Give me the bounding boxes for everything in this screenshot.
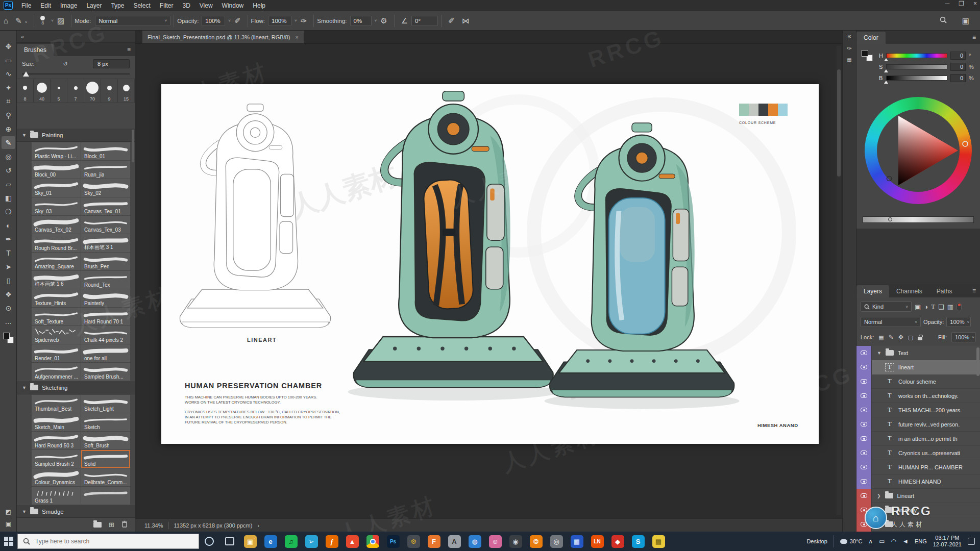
menu-filter[interactable]: Filter (155, 0, 178, 11)
layer-row[interactable]: TCryonics us...opreservati (856, 446, 980, 460)
search-icon[interactable] (940, 16, 947, 26)
taskbar-app-spotify[interactable]: ♫ (281, 532, 301, 551)
menu-view[interactable]: View (195, 0, 217, 11)
blend-mode-select[interactable]: Normal˅ (95, 16, 170, 26)
layers-opacity-input[interactable]: 100%˅ (946, 317, 971, 327)
brush-size-preset-70[interactable]: 70 (84, 79, 101, 103)
menu-file[interactable]: File (17, 0, 36, 11)
layer-visibility-eye-icon[interactable] (856, 489, 872, 503)
pen-tool[interactable]: ✒ (2, 233, 15, 245)
layer-row[interactable]: Tworks on th...echnology. (856, 389, 980, 403)
history-brush-tool[interactable]: ↺ (2, 164, 15, 177)
brush-item[interactable]: Block_00 (32, 161, 81, 179)
layer-blend-mode-select[interactable]: Normal˅ (861, 317, 921, 327)
lock-all-icon[interactable] (918, 337, 922, 340)
panel-menu-icon[interactable]: ≡ (127, 46, 131, 53)
tray-network-icon[interactable]: ◠ (891, 538, 896, 545)
type-tool[interactable]: T (2, 246, 15, 259)
brush-item[interactable]: Canvas_Tex_03 (81, 216, 130, 234)
cortana-icon[interactable] (199, 532, 219, 551)
taskbar-app-file-explorer[interactable]: ▣ (240, 532, 260, 551)
brush-item[interactable]: Amazing_Square (32, 253, 81, 270)
shape-tool[interactable]: ▯ (2, 274, 15, 287)
filter-toggle-switch[interactable] (957, 303, 962, 311)
brush-item[interactable]: Colour_Dynamics (32, 468, 81, 486)
layer-visibility-eye-icon[interactable] (856, 446, 872, 460)
start-button[interactable] (0, 532, 17, 551)
desktop-label[interactable]: Desktop (806, 538, 827, 544)
brush-item[interactable]: Sketch_Light (81, 395, 130, 413)
fill-input[interactable]: 100%˅ (951, 332, 976, 342)
taskbar-app-ln-app[interactable]: LN (587, 532, 607, 551)
foreground-background-swatches[interactable] (3, 333, 15, 345)
hsb-slider-b[interactable]: B0% (856, 73, 980, 84)
lasso-tool[interactable]: ∿ (2, 67, 15, 80)
menu-type[interactable]: Type (106, 0, 129, 11)
layer-visibility-eye-icon[interactable] (856, 389, 872, 403)
tray-monitor-icon[interactable]: ▭ (879, 538, 885, 545)
new-brush-icon[interactable]: ⊞ (109, 521, 114, 529)
tab-paths[interactable]: Paths (929, 285, 960, 297)
taskbar-app-settings-gear[interactable]: ⚙ (403, 532, 424, 551)
language-indicator[interactable]: ENG (915, 538, 927, 544)
taskbar-app-telegram[interactable]: ➢ (301, 532, 322, 551)
color-ramp-bar[interactable] (863, 216, 974, 223)
minimize-button[interactable]: ─ (945, 0, 950, 7)
layer-group-row[interactable]: ▼Text (856, 346, 980, 360)
clone-stamp-tool[interactable]: ◎ (2, 150, 15, 163)
taskbar-app-chrome[interactable] (362, 532, 383, 551)
filter-adjustment-layers-icon[interactable]: ◑ (924, 303, 928, 311)
brush-item[interactable]: 样本画笔 1 6 (32, 271, 81, 289)
color-panel-menu-icon[interactable]: ≡ (972, 34, 976, 41)
tab-channels[interactable]: Channels (889, 285, 929, 297)
taskbar-app-red-app[interactable]: ◆ (607, 532, 628, 551)
brush-size-preview[interactable]: 8 (39, 16, 46, 26)
taskbar-app-skype[interactable]: S (628, 532, 648, 551)
menu-select[interactable]: Select (129, 0, 155, 11)
brush-item[interactable]: Hard Round 50 3 (32, 432, 81, 449)
brush-item[interactable]: Hard Round 70 1 (81, 308, 130, 325)
taskbar-app-blue-grid-app[interactable]: ▦ (567, 532, 587, 551)
layer-row[interactable]: TColour scheme (856, 374, 980, 389)
layer-filter-kind-select[interactable]: Kind ˅ (861, 302, 912, 312)
hand-tool[interactable]: ❖ (2, 288, 15, 300)
clock-widget[interactable]: 03:17 PM 12-07-2021 (933, 535, 962, 548)
brush-panel-toggle-icon[interactable]: ▨ (57, 16, 64, 26)
brush-size-preset-40[interactable]: 40 (34, 79, 51, 103)
brush-item[interactable]: Sampled Brush... (81, 363, 130, 381)
pressure-size-icon[interactable]: ✐ (448, 16, 455, 26)
lock-position-icon[interactable]: ✥ (898, 334, 903, 341)
brush-item[interactable]: Delibrate_Comm... (81, 468, 130, 486)
brush-size-preset-8[interactable]: 8 (17, 79, 34, 103)
layer-visibility-eye-icon[interactable] (856, 474, 872, 489)
layer-visibility-eye-icon[interactable] (856, 432, 872, 446)
brush-item[interactable]: Sky_02 (81, 179, 130, 197)
taskbar-search[interactable] (17, 534, 199, 549)
brush-size-preset-15[interactable]: 15 (118, 79, 135, 103)
brush-item[interactable]: Round_Tex (81, 271, 130, 289)
brush-item[interactable]: Spiderweb (32, 326, 81, 344)
crop-tool[interactable]: ⌗ (2, 95, 15, 108)
brush-item[interactable]: 样本画笔 3 1 (81, 234, 130, 252)
brush-item[interactable]: Sky_01 (32, 179, 81, 197)
menu-3d[interactable]: 3D (178, 0, 194, 11)
taskbar-app-globe-browser[interactable]: ◍ (464, 532, 485, 551)
layer-visibility-eye-icon[interactable] (856, 374, 872, 389)
brush-item[interactable]: Soft_Brush (81, 432, 130, 449)
taskbar-app-edge-browser[interactable]: e (260, 532, 281, 551)
filter-pixel-layers-icon[interactable]: ▣ (915, 303, 921, 311)
close-tab-icon[interactable]: × (295, 34, 298, 40)
delete-brush-icon[interactable] (121, 520, 128, 530)
airbrush-icon[interactable]: ✑ (301, 16, 307, 26)
layer-row[interactable]: THUMAN PR... CHAMBER (856, 460, 980, 474)
healing-brush-tool[interactable]: ⊕ (2, 122, 15, 135)
brush-item[interactable] (81, 487, 130, 505)
brush-item[interactable]: Thumbnail_Best (32, 395, 81, 413)
hsb-slider-s[interactable]: S0% (856, 62, 980, 72)
brush-size-slider[interactable] (22, 70, 130, 79)
taskbar-app-gear-circle-app[interactable]: ◎ (546, 532, 567, 551)
close-button[interactable]: × (973, 0, 977, 7)
hsb-slider-h[interactable]: H0° (856, 51, 980, 61)
brush-item[interactable]: Brush_Pen (81, 253, 130, 270)
menu-window[interactable]: Window (217, 0, 249, 11)
